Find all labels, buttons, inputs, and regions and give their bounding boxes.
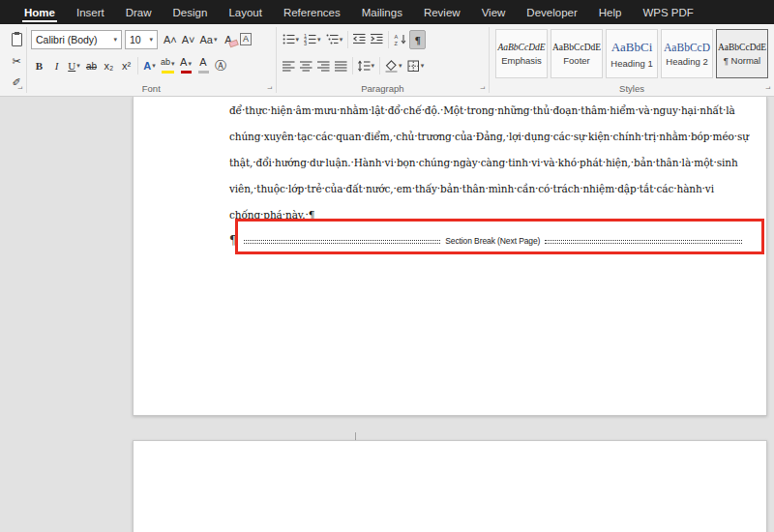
numbering-button[interactable]: 123: [302, 30, 323, 49]
styles-gallery: AaBbCcDdE Emphasis AaBbCcDdE Footer AaBb…: [493, 28, 770, 78]
style-sample: AaBbCcDdE: [497, 43, 545, 52]
font-color-button[interactable]: A: [178, 56, 194, 75]
paragraph-line: để·thực·hiện·âm·mưu·nhằm·lật·đổ·chế·độ.·…: [229, 98, 742, 124]
style-card-heading-2[interactable]: AaBbCcD Heading 2: [661, 29, 713, 78]
button-separator: [352, 57, 353, 74]
grow-font-button[interactable]: A˄: [162, 30, 179, 49]
text-effects-button[interactable]: A: [141, 56, 158, 75]
align-left-button[interactable]: [281, 56, 297, 75]
font-size-combo[interactable]: 10: [125, 30, 158, 49]
shrink-font-icon: A˅: [182, 34, 195, 45]
paste-button[interactable]: [9, 30, 25, 49]
button-separator: [379, 57, 380, 74]
button-separator: [137, 57, 138, 74]
line-spacing-icon: [358, 60, 371, 73]
paragraph-line: chống·phá·này.·¶: [229, 202, 742, 228]
document-page-1[interactable]: để·thực·hiện·âm·mưu·nhằm·lật·đổ·chế·độ.·…: [133, 97, 767, 416]
italic-button[interactable]: I: [48, 56, 65, 75]
cut-icon: ✂: [12, 55, 20, 68]
style-name: Heading 2: [666, 56, 707, 67]
font-size-value: 10: [130, 34, 141, 45]
shrink-font-button[interactable]: A˅: [180, 30, 197, 49]
tab-layout[interactable]: Layout: [218, 0, 273, 24]
line-spacing-button[interactable]: [356, 56, 377, 75]
tab-references[interactable]: References: [273, 0, 351, 24]
enclose-characters-icon: Ⓐ: [215, 58, 226, 74]
tab-developer[interactable]: Developer: [516, 0, 587, 24]
style-card-normal[interactable]: AaBbCcDdE ¶ Normal: [716, 29, 768, 78]
section-break: ¶ Section Break (Next Page): [229, 228, 742, 254]
style-card-heading-1[interactable]: AaBbCi Heading 1: [606, 29, 658, 78]
align-center-icon: [300, 60, 313, 73]
tab-help[interactable]: Help: [588, 0, 633, 24]
change-case-icon: Aa: [200, 34, 213, 45]
multilevel-list-icon: [326, 33, 339, 45]
align-center-button[interactable]: [298, 56, 314, 75]
clipboard-group: ✂ ✐ ⌐: [0, 24, 26, 96]
style-card-emphasis[interactable]: AaBbCcDdE Emphasis: [495, 29, 548, 78]
ribbon: ✂ ✐ ⌐ Calibri (Body) 10 A˄: [0, 24, 774, 97]
justify-button[interactable]: [333, 56, 349, 75]
character-border-icon: A: [240, 33, 252, 45]
align-left-icon: [283, 60, 295, 73]
clear-formatting-button[interactable]: A: [221, 30, 237, 49]
tab-design[interactable]: Design: [163, 0, 219, 24]
grow-font-icon: A˄: [164, 34, 177, 45]
tab-wps-pdf[interactable]: WPS PDF: [632, 0, 703, 24]
font-dialog-launcher-icon[interactable]: ⌐: [264, 83, 275, 94]
ribbon-tab-bar: Home Insert Draw Design Layout Reference…: [0, 0, 774, 24]
decrease-indent-button[interactable]: [351, 30, 368, 49]
align-right-button[interactable]: [315, 56, 332, 75]
underline-icon: U: [68, 60, 75, 72]
paragraph-dialog-launcher-icon[interactable]: ⌐: [477, 83, 488, 94]
increase-indent-icon: [371, 33, 383, 45]
tab-view[interactable]: View: [471, 0, 517, 24]
bold-button[interactable]: B: [31, 56, 47, 75]
font-name-value: Calibri (Body): [36, 34, 98, 45]
style-name: ¶ Normal: [724, 55, 760, 66]
borders-button[interactable]: [405, 56, 427, 75]
show-formatting-marks-button[interactable]: ¶: [409, 30, 426, 49]
character-shading-button[interactable]: A: [195, 56, 212, 75]
tab-review[interactable]: Review: [413, 0, 471, 24]
subscript-button[interactable]: x₂: [101, 56, 117, 75]
section-break-line: [545, 240, 742, 244]
tab-home[interactable]: Home: [14, 0, 66, 24]
numbering-icon: 123: [304, 33, 316, 45]
styles-group: AaBbCcDdE Emphasis AaBbCcDdE Footer AaBb…: [490, 24, 774, 96]
borders-icon: [407, 60, 420, 73]
paragraph-group: 123 AZ ¶: [277, 24, 489, 96]
sort-icon: AZ: [394, 33, 406, 45]
sort-button[interactable]: AZ: [392, 30, 408, 49]
tab-mailings[interactable]: Mailings: [351, 0, 413, 24]
underline-button[interactable]: U: [66, 56, 82, 75]
superscript-button[interactable]: x²: [118, 56, 134, 75]
character-border-button[interactable]: A: [238, 30, 254, 49]
tab-draw[interactable]: Draw: [115, 0, 163, 24]
increase-indent-button[interactable]: [369, 30, 385, 49]
tab-insert[interactable]: Insert: [66, 0, 115, 24]
font-name-combo[interactable]: Calibri (Body): [31, 30, 122, 49]
document-page-2[interactable]: [133, 440, 767, 532]
document-text[interactable]: để·thực·hiện·âm·mưu·nhằm·lật·đổ·chế·độ.·…: [229, 98, 742, 254]
clipboard-dialog-launcher-icon[interactable]: ⌐: [15, 83, 25, 94]
change-case-button[interactable]: Aa: [198, 30, 220, 49]
justify-icon: [335, 60, 347, 73]
button-separator: [347, 31, 348, 48]
highlight-button[interactable]: ab: [159, 56, 177, 75]
svg-text:3: 3: [304, 41, 307, 45]
character-shading-icon: A: [199, 56, 206, 72]
subscript-icon: x₂: [104, 60, 114, 72]
bullets-button[interactable]: [281, 30, 302, 49]
font-group: Calibri (Body) 10 A˄ A˅ Aa A A: [27, 24, 276, 96]
styles-dialog-launcher-icon[interactable]: ⌐: [762, 83, 773, 94]
paragraph-line: thật,·đổi·hướng·dư·luận.·Hành·vi·bọn·chú…: [229, 150, 742, 176]
multilevel-list-button[interactable]: [324, 30, 345, 49]
button-separator: [388, 31, 389, 48]
shading-button[interactable]: [383, 56, 404, 75]
strikethrough-button[interactable]: ab: [83, 56, 100, 75]
style-card-footer[interactable]: AaBbCcDdE Footer: [551, 29, 603, 78]
cut-button[interactable]: ✂: [9, 51, 25, 71]
style-sample: AaBbCi: [611, 40, 653, 55]
enclose-characters-button[interactable]: Ⓐ: [213, 56, 229, 75]
